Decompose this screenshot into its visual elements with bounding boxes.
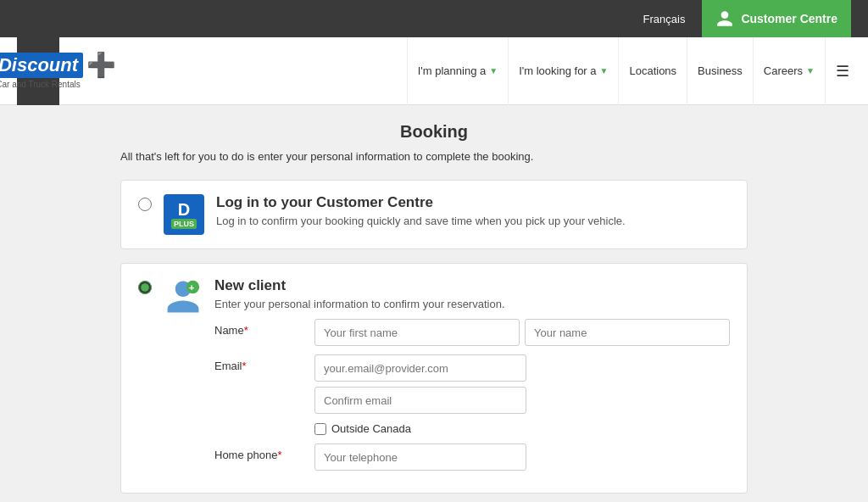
login-option-desc: Log in to confirm your booking quickly a… bbox=[216, 215, 730, 227]
form-phone-row: Home phone* bbox=[214, 443, 730, 471]
outside-canada-label: Outside Canada bbox=[331, 422, 411, 435]
badge-plus: PLUS bbox=[171, 219, 197, 229]
hamburger-menu[interactable]: ☰ bbox=[826, 37, 860, 105]
svg-text:+: + bbox=[189, 282, 195, 293]
new-client-icon: + bbox=[164, 277, 203, 316]
email-required: * bbox=[242, 360, 247, 372]
name-inputs bbox=[314, 319, 730, 346]
first-name-input[interactable] bbox=[314, 319, 520, 346]
login-option-content: Log in to your Customer Centre Log in to… bbox=[216, 194, 730, 227]
logo-area: ➕ Discount ➕ Car and Truck Rentals bbox=[17, 37, 322, 105]
last-name-input[interactable] bbox=[525, 319, 730, 346]
logo-text: ➕ Discount ➕ bbox=[0, 53, 116, 78]
nav-looking[interactable]: I'm looking for a ▼ bbox=[509, 37, 619, 105]
header: ➕ Discount ➕ Car and Truck Rentals I'm p… bbox=[0, 37, 868, 105]
phone-required: * bbox=[277, 449, 281, 461]
customer-centre-button[interactable]: Customer Centre bbox=[702, 0, 851, 37]
new-client-title: New client bbox=[214, 277, 730, 294]
page-subtitle: All that's left for you to do is enter y… bbox=[120, 150, 748, 163]
nav-planning[interactable]: I'm planning a ▼ bbox=[407, 37, 509, 105]
confirm-email-input[interactable] bbox=[314, 387, 526, 414]
new-client-radio[interactable] bbox=[138, 281, 152, 294]
planning-caret: ▼ bbox=[489, 66, 498, 75]
email-label: Email* bbox=[214, 354, 308, 372]
form-email-row: Email* bbox=[214, 354, 730, 414]
phone-label: Home phone* bbox=[214, 443, 308, 461]
logo-arrow-right: ➕ bbox=[86, 53, 116, 77]
login-radio[interactable] bbox=[138, 198, 152, 211]
email-input[interactable] bbox=[314, 354, 526, 382]
logo-stack: ➕ Discount ➕ Car and Truck Rentals bbox=[0, 53, 116, 89]
form-section: Name* Email* bbox=[214, 319, 730, 471]
email-inputs bbox=[314, 354, 730, 414]
logo-main[interactable]: Discount bbox=[0, 53, 83, 78]
nav-locations[interactable]: Locations bbox=[619, 37, 687, 105]
main-nav: I'm planning a ▼ I'm looking for a ▼ Loc… bbox=[322, 37, 868, 105]
careers-caret: ▼ bbox=[806, 66, 815, 75]
badge-d: D bbox=[178, 201, 190, 218]
new-client-icon-container: + bbox=[164, 277, 203, 319]
login-option-box: D PLUS Log in to your Customer Centre Lo… bbox=[120, 180, 748, 249]
logo-sub: Car and Truck Rentals bbox=[0, 80, 81, 89]
logo-bg: ➕ Discount ➕ Car and Truck Rentals bbox=[17, 37, 59, 105]
new-client-option-box: + New client Enter your personal informa… bbox=[120, 263, 748, 494]
telephone-input[interactable] bbox=[314, 443, 526, 471]
looking-caret: ▼ bbox=[600, 66, 609, 75]
page-content: Booking All that's left for you to do is… bbox=[103, 105, 765, 502]
new-client-desc: Enter your personal information to confi… bbox=[214, 298, 730, 310]
discount-plus-badge: D PLUS bbox=[164, 194, 204, 235]
name-required: * bbox=[244, 324, 248, 337]
person-icon bbox=[715, 9, 734, 28]
nav-careers[interactable]: Careers ▼ bbox=[754, 37, 826, 105]
form-name-row: Name* bbox=[214, 319, 730, 346]
page-title: Booking bbox=[120, 122, 748, 142]
login-option-title: Log in to your Customer Centre bbox=[216, 194, 730, 211]
phone-inputs bbox=[314, 443, 730, 471]
nav-business[interactable]: Business bbox=[687, 37, 754, 105]
francais-link[interactable]: Français bbox=[643, 13, 686, 25]
top-bar: Français Customer Centre bbox=[0, 0, 868, 37]
outside-canada-checkbox[interactable] bbox=[314, 423, 326, 435]
new-client-option-content: New client Enter your personal informati… bbox=[214, 277, 730, 479]
name-label: Name* bbox=[214, 319, 308, 337]
outside-canada-row: Outside Canada bbox=[314, 422, 730, 435]
